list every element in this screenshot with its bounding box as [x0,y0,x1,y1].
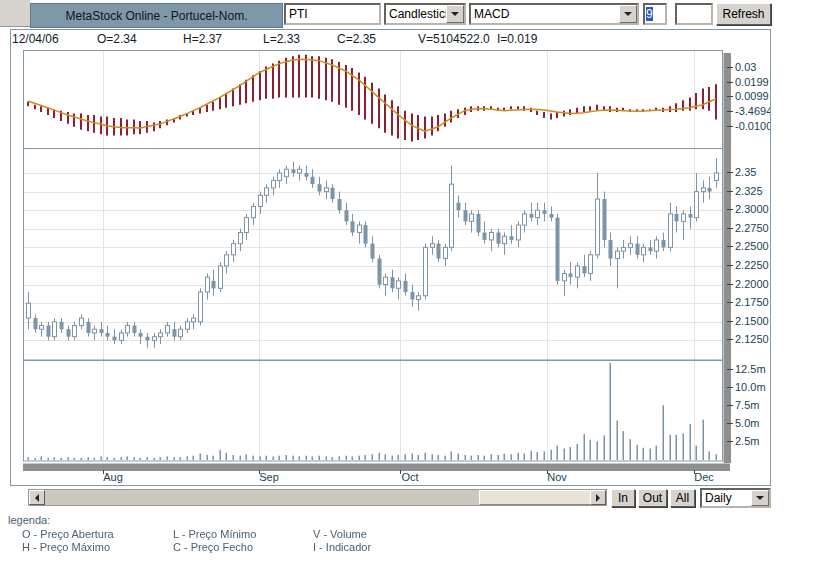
y-tick-label: -3.4694 [735,105,770,117]
toolbar-left-spacer [0,0,30,27]
y-tick-mark [727,265,733,266]
y-tick-mark [727,246,733,247]
indicator-dropdown-button[interactable] [619,5,637,23]
chart-canvas[interactable] [23,50,723,462]
y-tick-mark [727,82,733,83]
x-tick-label: Sep [252,471,286,483]
y-tick-mark [727,191,733,192]
y-tick-mark [727,302,733,303]
symbol-input-value: PTI [289,7,308,21]
legend-heading: legenda: [8,514,50,526]
legend-item: L - Preço Mínimo [173,528,256,540]
zoom-in-label: In [618,491,628,505]
legend-item: V - Volume [313,528,367,540]
y-tick-mark [727,228,733,229]
y-tick-mark [727,284,733,285]
y-tick-label: 2.2500 [735,240,769,252]
chevron-down-icon [624,12,632,16]
y-tick-label: 7.5m [735,399,759,411]
y-tick-mark [727,387,733,388]
period-dropdown-button[interactable] [751,490,769,506]
y-tick-label: 0.0099 [735,90,769,102]
y-tick-mark [727,172,733,173]
x-tick-label: Nov [540,471,574,483]
y-tick-label: 2.3000 [735,203,769,215]
y-tick-mark [727,126,733,127]
zoom-all-label: All [676,491,689,505]
chart-type-dropdown-button[interactable] [446,5,464,23]
zoom-out-label: Out [643,491,662,505]
indicator-param2-input[interactable] [675,3,713,25]
x-tick-label: Oct [393,471,427,483]
legend-item: C - Preço Fecho [173,541,253,553]
arrow-right-icon [596,494,600,502]
legend-item: I - Indicador [313,541,371,553]
indicator-param-value: 9 [646,7,653,21]
y-tick-label: 2.5m [735,435,759,447]
zoom-all-button[interactable]: All [670,489,695,507]
y-tick-label: 2.2250 [735,259,769,271]
legend-item: H - Preço Máximo [22,541,110,553]
y-tick-label: 12.5m [735,363,766,375]
indicator-value: MACD [471,5,619,23]
y-tick-mark [727,441,733,442]
chevron-down-icon [756,496,764,500]
y-tick-mark [727,369,733,370]
y-tick-mark [727,405,733,406]
y-tick-mark [727,321,733,322]
window-title-bar: MetaStock Online - Portucel-Nom. [30,3,283,28]
y-tick-mark [727,96,733,97]
period-value: Daily [702,490,751,506]
y-tick-label: 2.2750 [735,222,769,234]
period-select[interactable]: Daily [700,488,771,508]
legend-item: O - Preço Abertura [22,528,114,540]
y-axis-labels: 0.030.01990.0099-3.4694-0.01002.352.3252… [726,0,770,486]
y-tick-mark [727,339,733,340]
indicator-param-input[interactable]: 9 [643,3,667,25]
chevron-down-icon [451,12,459,16]
x-tick-label: Dec [687,471,721,483]
y-tick-label: 5.0m [735,417,759,429]
x-axis-labels: AugSepOctNovDec [0,468,771,486]
y-tick-mark [727,423,733,424]
y-tick-label: 0.03 [735,61,756,73]
scroll-right-button[interactable] [590,490,606,505]
y-tick-mark [727,67,733,68]
y-tick-label: 2.1250 [735,333,769,345]
y-tick-label: 2.1750 [735,296,769,308]
indicator-select[interactable]: MACD [469,3,639,25]
time-scrollbar-thumb[interactable] [479,490,592,505]
y-tick-label: -0.0100 [735,120,770,132]
x-tick-label: Aug [96,471,130,483]
y-tick-label: 2.1500 [735,315,769,327]
y-tick-label: 10.0m [735,381,766,393]
y-tick-mark [727,209,733,210]
y-tick-label: 2.35 [735,166,756,178]
symbol-input[interactable]: PTI [284,3,381,25]
scroll-left-button[interactable] [29,490,45,505]
zoom-out-button[interactable]: Out [638,489,667,507]
y-tick-label: 2.325 [735,185,763,197]
y-tick-label: 2.2000 [735,278,769,290]
time-scrollbar-track[interactable] [28,489,607,506]
chart-type-select[interactable]: Candlesticks [384,3,466,25]
y-tick-label: 0.0199 [735,76,769,88]
chart-type-value: Candlesticks [386,5,446,23]
y-tick-mark [727,111,733,112]
arrow-left-icon [35,494,39,502]
window-title: MetaStock Online - Portucel-Nom. [65,9,247,23]
metastock-online-app: MetaStock Online - Portucel-Nom. PTI Can… [0,0,816,566]
zoom-in-button[interactable]: In [611,489,635,507]
